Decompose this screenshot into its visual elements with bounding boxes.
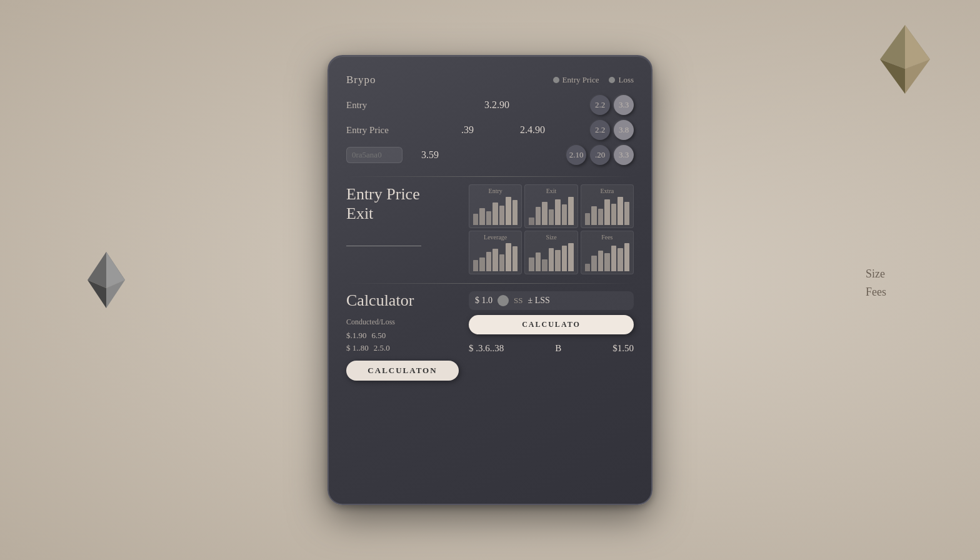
toggle-btn-3b[interactable]: .20 (590, 145, 610, 165)
toggle-btn-2a[interactable]: 2.2 (590, 120, 610, 140)
chart-bar-4-4 (555, 250, 560, 271)
pnl-row-1: $ 1..802.5.0 (346, 343, 459, 353)
chart-bars-0 (472, 197, 519, 225)
chart-bar-2-1 (591, 206, 596, 225)
entry-price-big-label: Entry Price Exit (346, 184, 459, 223)
app-title: Brypo (346, 74, 376, 86)
chart-bar-0-2 (486, 211, 491, 226)
input-row-1: Entry 3.2.90 2.2 3.3 (346, 95, 634, 115)
chart-bar-2-5 (618, 197, 622, 225)
chart-bar-1-5 (562, 204, 567, 225)
chart-bar-2-6 (624, 202, 629, 226)
chart-bar-0-5 (506, 197, 511, 225)
chart-bar-1-0 (529, 218, 534, 225)
chart-cell-2: Extra (581, 184, 634, 228)
pnl-row-0: $.1.906.50 (346, 331, 459, 341)
header-labels: Entry Price Loss (553, 75, 634, 85)
chart-bar-0-0 (473, 214, 478, 225)
pnl-rows: $.1.906.50$ 1..802.5.0 (346, 331, 459, 353)
chart-cell-4: Size (524, 231, 578, 274)
chart-cell-0: Entry (469, 184, 522, 228)
chart-bar-5-2 (598, 251, 603, 271)
side-labels: Size Fees (866, 268, 886, 299)
chart-bar-3-1 (479, 258, 484, 272)
chart-bar-4-1 (536, 252, 541, 271)
chart-cell-3: Leverage (469, 231, 522, 274)
chart-bar-3-3 (492, 249, 498, 271)
chart-label-3: Leverage (472, 234, 519, 241)
field-input[interactable] (346, 147, 402, 163)
chart-bar-5-4 (611, 246, 616, 271)
toggle-group-3: 2.10 .20 3.3 (566, 145, 634, 165)
chart-bars-3 (472, 243, 519, 271)
result-dot (498, 295, 509, 306)
chart-bar-5-1 (591, 256, 596, 271)
chart-bar-2-3 (604, 199, 609, 225)
chart-cell-1: Exit (524, 184, 578, 228)
chart-bar-3-4 (499, 254, 504, 271)
calc-button-right[interactable]: CALCULATO (469, 315, 634, 334)
pnl-val2-0: 6.50 (372, 331, 386, 341)
entry-price-value: .39 (442, 124, 474, 136)
toggle-btn-3a[interactable]: 2.10 (566, 145, 586, 165)
final-val3: $1.50 (612, 343, 634, 354)
chart-bar-0-4 (499, 206, 504, 226)
chart-label-5: Fees (584, 234, 631, 241)
entry-value: 3.2.90 (478, 99, 509, 111)
chart-bar-5-6 (624, 243, 629, 271)
chart-bar-5-3 (604, 253, 609, 271)
input-row-3: 3.59 2.10 .20 3.3 (346, 145, 634, 165)
field-value: 3.59 (408, 149, 439, 161)
eth-icon-left (88, 252, 125, 308)
chart-bar-1-6 (568, 197, 573, 225)
calc-button-left[interactable]: CALCULATON (346, 361, 459, 381)
entry-dot (553, 77, 559, 83)
pnl-val1-0: $.1.90 (346, 331, 367, 341)
entry-price-header-label: Entry Price (553, 75, 599, 85)
calculator-card: Brypo Entry Price Loss Entry 3.2.90 2.2 … (328, 55, 652, 505)
chart-bars-4 (528, 243, 574, 271)
pnl-label: Conducted/Loss (346, 318, 459, 327)
chart-bar-3-6 (512, 246, 518, 272)
calc-title: Calculator (346, 291, 459, 310)
toggle-btn-1b[interactable]: 3.3 (614, 95, 634, 115)
size-label: Size (866, 268, 886, 281)
chart-bar-1-1 (536, 207, 541, 225)
ss-label: SS (514, 296, 522, 306)
final-val2: B (555, 343, 561, 354)
chart-bar-2-2 (598, 209, 603, 225)
calc-right-panel: $ 1.0 SS ± LSS CALCULATO $ .3.6..38 B $1… (469, 291, 634, 358)
divider-1 (346, 176, 634, 177)
chart-bar-1-3 (549, 209, 554, 225)
card-header: Brypo Entry Price Loss (346, 74, 634, 86)
sub-input-field[interactable] (346, 231, 421, 246)
calc-result-row: $ 1.0 SS ± LSS (469, 291, 634, 310)
eth-icon-right (880, 25, 930, 94)
chart-cell-5: Fees (581, 231, 634, 274)
chart-bar-0-1 (479, 208, 484, 225)
chart-bars-1 (528, 197, 574, 225)
chart-bar-3-5 (506, 243, 511, 271)
toggle-btn-3c[interactable]: 3.3 (614, 145, 634, 165)
toggle-group-2: 2.2 3.8 (590, 120, 634, 140)
final-row: $ .3.6..38 B $1.50 (469, 339, 634, 358)
chart-bar-2-4 (611, 204, 616, 225)
chart-bar-5-5 (618, 248, 622, 271)
pnl-val2-1: 2.5.0 (374, 343, 390, 353)
entry-price-label: Entry Price (346, 125, 402, 136)
chart-bar-2-0 (585, 213, 590, 225)
chart-label-2: Extra (584, 188, 631, 194)
chart-bar-4-2 (542, 259, 547, 271)
toggle-btn-2b[interactable]: 3.8 (614, 120, 634, 140)
pnl-val1-1: $ 1..80 (346, 343, 369, 353)
toggle-btn-1a[interactable]: 2.2 (590, 95, 610, 115)
final-val1: $ .3.6..38 (469, 343, 504, 354)
entry-label: Entry (346, 100, 402, 111)
chart-bar-0-3 (492, 202, 498, 225)
calculator-section: Calculator Conducted/Loss $.1.906.50$ 1.… (346, 291, 634, 381)
chart-bar-0-6 (512, 200, 518, 226)
chart-label-0: Entry (472, 188, 519, 194)
entry-price-main: 2.4.90 (514, 124, 545, 136)
chart-bar-3-0 (473, 260, 478, 271)
entry-exit-left: Entry Price Exit (346, 184, 459, 274)
